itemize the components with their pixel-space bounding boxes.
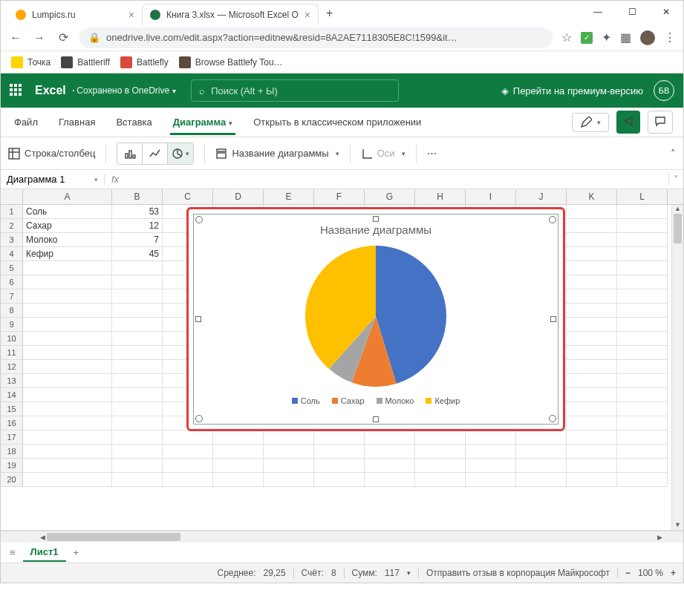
cell[interactable] <box>112 360 163 374</box>
row-header[interactable]: 11 <box>1 346 23 360</box>
cell[interactable] <box>466 430 516 445</box>
cell[interactable] <box>466 473 516 487</box>
add-sheet-button[interactable]: + <box>74 547 79 558</box>
search-input[interactable]: ⌕ Поиск (Alt + Ы) <box>191 79 399 102</box>
open-in-desktop-link[interactable]: Открыть в классическом приложении <box>243 109 431 135</box>
scroll-right-button[interactable]: ▶ <box>655 531 664 543</box>
cell[interactable] <box>516 473 567 487</box>
cell[interactable] <box>112 304 163 318</box>
cell[interactable]: Соль <box>23 205 112 219</box>
bookmark-item[interactable]: Battleriff <box>61 56 110 68</box>
extensions-icon[interactable]: ✦ <box>602 30 611 45</box>
cell[interactable] <box>567 318 617 332</box>
cell[interactable]: 53 <box>112 205 163 219</box>
resize-handle[interactable] <box>195 316 201 322</box>
cell[interactable] <box>112 416 163 430</box>
chevron-down-icon[interactable]: ▾ <box>407 569 411 577</box>
cell[interactable] <box>617 430 668 445</box>
back-button[interactable]: ← <box>8 31 23 45</box>
expand-formula-bar-button[interactable]: ˅ <box>668 174 683 185</box>
cell[interactable] <box>617 388 668 402</box>
cell[interactable] <box>112 374 163 388</box>
cell[interactable] <box>617 261 668 275</box>
cell[interactable] <box>617 374 668 388</box>
comments-button[interactable] <box>648 111 673 134</box>
cell[interactable] <box>23 430 112 445</box>
cell[interactable]: Сахар <box>23 219 112 233</box>
cell[interactable] <box>112 402 163 416</box>
select-all-button[interactable] <box>1 189 23 204</box>
browser-tab-lumpics[interactable]: Lumpics.ru × <box>8 4 142 25</box>
collapse-ribbon-button[interactable]: ˄ <box>671 148 676 159</box>
cell[interactable] <box>213 473 264 487</box>
cell[interactable] <box>617 402 668 416</box>
cell[interactable] <box>314 445 365 459</box>
column-header[interactable]: H <box>415 189 466 204</box>
row-header[interactable]: 7 <box>1 289 23 304</box>
cell[interactable] <box>617 219 668 233</box>
column-header[interactable]: J <box>516 189 567 204</box>
browser-tab-excel[interactable]: Книга 3.xlsx — Microsoft Excel O × <box>142 4 319 25</box>
cell[interactable] <box>415 459 466 473</box>
row-header[interactable]: 10 <box>1 332 23 346</box>
cell[interactable] <box>112 388 163 402</box>
cell[interactable] <box>365 473 415 487</box>
cell[interactable] <box>264 430 314 445</box>
chart-legend[interactable]: СольСахарМолокоКефир <box>194 396 558 405</box>
account-avatar[interactable]: БВ <box>654 80 674 101</box>
cell[interactable] <box>516 430 567 445</box>
cell[interactable] <box>415 445 466 459</box>
cell[interactable] <box>617 473 668 487</box>
window-minimize-button[interactable]: — <box>581 1 615 23</box>
cell[interactable] <box>567 261 617 275</box>
app-launcher-icon[interactable] <box>10 84 23 97</box>
cell[interactable] <box>213 445 264 459</box>
cell[interactable] <box>23 332 112 346</box>
row-header[interactable]: 17 <box>1 430 23 445</box>
row-header[interactable]: 18 <box>1 445 23 459</box>
cell[interactable] <box>23 459 112 473</box>
cell[interactable] <box>23 402 112 416</box>
cell[interactable] <box>567 374 617 388</box>
cell[interactable] <box>23 388 112 402</box>
cell[interactable] <box>314 430 365 445</box>
cell[interactable] <box>163 445 213 459</box>
row-header[interactable]: 4 <box>1 247 23 261</box>
column-header[interactable]: F <box>314 189 365 204</box>
column-header[interactable]: B <box>112 189 163 204</box>
column-header[interactable]: K <box>567 189 617 204</box>
cell[interactable]: 12 <box>112 219 163 233</box>
scroll-down-button[interactable]: ▼ <box>672 521 683 530</box>
cell[interactable] <box>163 430 213 445</box>
resize-handle[interactable] <box>195 216 203 223</box>
zoom-out-button[interactable]: − <box>625 568 631 578</box>
legend-item[interactable]: Кефир <box>426 396 460 405</box>
star-icon[interactable]: ☆ <box>561 30 572 45</box>
cell[interactable] <box>617 304 668 318</box>
chart-title-button[interactable]: Название диаграммы ▾ <box>215 148 339 160</box>
tab-home[interactable]: Главная <box>48 109 105 135</box>
premium-link[interactable]: ◈ Перейти на премиум-версию <box>501 85 643 96</box>
chevron-down-icon[interactable]: ▾ <box>94 176 98 183</box>
feedback-link[interactable]: Отправить отзыв в корпорация Майкрософт <box>426 568 610 578</box>
cell[interactable] <box>516 445 567 459</box>
cell[interactable] <box>365 445 415 459</box>
scroll-thumb[interactable] <box>674 214 682 243</box>
scroll-up-button[interactable]: ▲ <box>672 205 683 214</box>
cell[interactable] <box>567 247 617 261</box>
column-header[interactable]: E <box>264 189 314 204</box>
save-state[interactable]: Сохранено в OneDrive <box>76 85 169 96</box>
tab-chart[interactable]: Диаграмма▾ <box>163 109 243 135</box>
zoom-in-button[interactable]: + <box>671 568 676 578</box>
cell[interactable] <box>112 473 163 487</box>
cell[interactable] <box>415 430 466 445</box>
cell[interactable]: Кефир <box>23 247 112 261</box>
resize-handle[interactable] <box>195 415 203 422</box>
cell[interactable] <box>112 332 163 346</box>
cell[interactable] <box>567 360 617 374</box>
cell[interactable] <box>314 473 365 487</box>
cell[interactable] <box>617 233 668 247</box>
cell[interactable] <box>567 473 617 487</box>
scroll-left-button[interactable]: ◀ <box>38 531 47 543</box>
cell[interactable] <box>23 275 112 289</box>
